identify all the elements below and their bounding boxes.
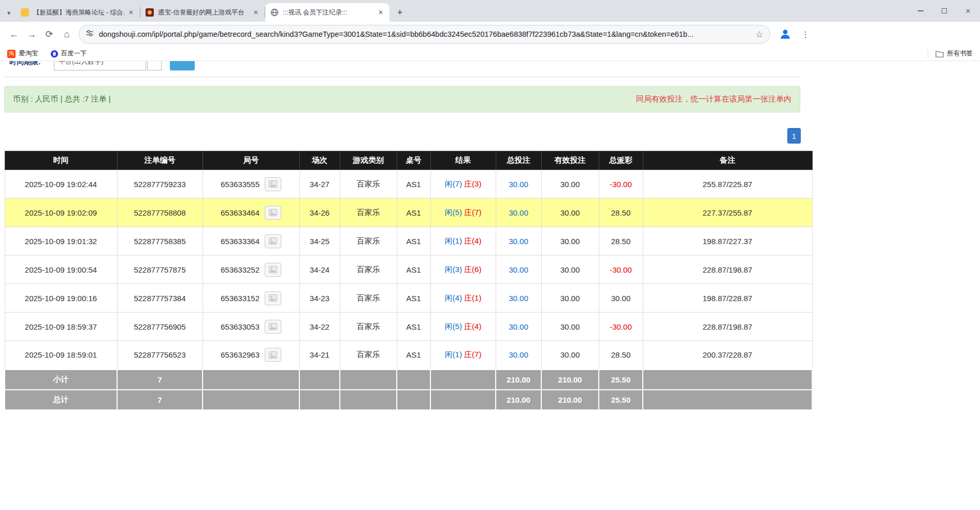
round-number: 653633252 xyxy=(221,265,260,274)
navigation-bar: ← → ⟳ ⌂ dongshouji.com/ipl/portal.php/ga… xyxy=(0,22,980,47)
column-header-note: 备注 xyxy=(643,151,812,170)
replay-button[interactable] xyxy=(265,348,281,362)
tab-search-chevron-icon[interactable]: ▾ xyxy=(2,4,16,22)
note-text: 同局有效投注，统一计算在该局第一张注单内 xyxy=(636,94,791,104)
profile-avatar[interactable] xyxy=(777,26,793,42)
column-header-session: 场次 xyxy=(299,151,340,170)
cell-session: 34-25 xyxy=(299,227,340,256)
bookmark-taobao[interactable]: 淘 爱淘宝 xyxy=(7,49,38,58)
bet-table-body: 2025-10-09 19:02:44522877759233653633555… xyxy=(5,170,812,370)
tab-strip: ▾ 【新提醒】海燕策略论坛 - 综合... ✕ 通宝-信誉最好的网上游戏平台 ✕… xyxy=(0,0,980,22)
summary-valid-bet: 210.00 xyxy=(541,370,599,390)
cell-total-bet[interactable]: 30.00 xyxy=(496,341,541,370)
cell-result: 闲(1) 庄(7) xyxy=(430,341,496,370)
cell-result: 闲(7) 庄(3) xyxy=(430,170,496,199)
column-header-table: 桌号 xyxy=(397,151,430,170)
forward-button[interactable]: → xyxy=(23,25,40,43)
folder-icon xyxy=(935,50,944,58)
cell-time: 2025-10-09 19:00:54 xyxy=(5,256,117,284)
url-bar[interactable]: dongshouji.com/ipl/portal.php/game/betre… xyxy=(79,25,770,44)
cell-round: 653633364 xyxy=(203,227,299,256)
site-settings-icon[interactable] xyxy=(85,29,94,39)
tab-tongbao[interactable]: 通宝-信誉最好的网上游戏平台 ✕ xyxy=(140,3,265,22)
summary-empty xyxy=(340,370,397,390)
replay-button[interactable] xyxy=(265,320,281,334)
banker-result: 庄(1) xyxy=(464,293,481,302)
tab-close-icon[interactable]: ✕ xyxy=(126,8,136,17)
replay-button[interactable] xyxy=(265,206,281,220)
cell-total-bet[interactable]: 30.00 xyxy=(496,256,541,284)
search-button[interactable] xyxy=(170,61,195,70)
reload-button[interactable]: ⟳ xyxy=(40,25,58,43)
cell-total-bet[interactable]: 30.00 xyxy=(496,313,541,341)
cell-note: 198.87/227.37 xyxy=(643,227,812,256)
globe-favicon-icon xyxy=(270,8,279,17)
bookmark-baidu[interactable]: 百度一下 xyxy=(51,49,87,58)
cell-payout: -30.00 xyxy=(599,313,643,341)
column-header-game-type: 游戏类别 xyxy=(340,151,397,170)
maximize-button[interactable] xyxy=(932,0,956,22)
player-result: 闲(4) xyxy=(445,293,462,302)
cell-table: AS1 xyxy=(397,227,430,256)
cell-total-bet[interactable]: 30.00 xyxy=(496,227,541,256)
search-form-cropped: 时间期限: 平台(出入数字) xyxy=(4,61,800,77)
close-window-button[interactable]: ✕ xyxy=(956,0,980,22)
search-form-label: 时间期限: xyxy=(9,61,41,67)
summary-count: 7 xyxy=(117,390,203,410)
cell-total-bet[interactable]: 30.00 xyxy=(496,284,541,313)
cell-payout: 28.50 xyxy=(599,341,643,370)
summary-total-bet: 210.00 xyxy=(496,370,541,390)
summary-banner: 币别 : 人民币 | 总共 :7 注单 | 同局有效投注，统一计算在该局第一张注… xyxy=(4,86,800,112)
home-button[interactable]: ⌂ xyxy=(58,25,76,43)
page-1-button[interactable]: 1 xyxy=(787,128,801,144)
back-button[interactable]: ← xyxy=(5,25,23,43)
cell-note: 255.87/225.87 xyxy=(643,170,812,199)
divider xyxy=(928,50,928,58)
cell-session: 34-23 xyxy=(299,284,340,313)
round-number: 653633152 xyxy=(221,294,260,303)
summary-payout: 25.50 xyxy=(599,390,643,410)
banker-result: 庄(7) xyxy=(464,208,481,217)
bookmark-star-icon[interactable]: ☆ xyxy=(756,29,763,40)
tab-forum[interactable]: 【新提醒】海燕策略论坛 - 综合... ✕ xyxy=(16,3,140,22)
replay-button[interactable] xyxy=(265,263,281,277)
cell-bet-id: 522877758385 xyxy=(117,227,203,256)
banker-result: 庄(6) xyxy=(464,265,481,274)
player-result: 闲(5) xyxy=(445,208,462,217)
cell-valid-bet: 30.00 xyxy=(541,341,599,370)
cell-game-type: 百家乐 xyxy=(340,284,397,313)
window-controls: ✕ xyxy=(909,0,980,22)
bet-row: 2025-10-09 19:00:54522877757875653633252… xyxy=(5,256,812,284)
browser-menu-icon[interactable]: ⋮ xyxy=(799,30,812,39)
cell-bet-id: 522877759233 xyxy=(117,170,203,199)
player-result: 闲(1) xyxy=(445,236,462,245)
search-filter-dropdown[interactable] xyxy=(147,61,162,70)
cell-session: 34-27 xyxy=(299,170,340,199)
banker-result: 庄(7) xyxy=(464,350,481,359)
tab-bet-record[interactable]: :::视讯 会员下注纪录::: ✕ xyxy=(265,3,390,22)
cell-game-type: 百家乐 xyxy=(340,256,397,284)
summary-payout: 25.50 xyxy=(599,370,643,390)
cell-note: 227.37/255.87 xyxy=(643,199,812,227)
replay-button[interactable] xyxy=(265,291,281,305)
replay-button[interactable] xyxy=(265,177,281,191)
cell-game-type: 百家乐 xyxy=(340,170,397,199)
cell-game-type: 百家乐 xyxy=(340,199,397,227)
all-bookmarks[interactable]: 所有书签 xyxy=(928,49,973,58)
cell-bet-id: 522877756523 xyxy=(117,341,203,370)
cell-valid-bet: 30.00 xyxy=(541,170,599,199)
cell-valid-bet: 30.00 xyxy=(541,256,599,284)
round-number: 653633555 xyxy=(221,180,260,189)
cell-total-bet[interactable]: 30.00 xyxy=(496,199,541,227)
tab-close-icon[interactable]: ✕ xyxy=(376,8,385,17)
replay-button[interactable] xyxy=(265,234,281,248)
bet-row: 2025-10-09 19:02:44522877759233653633555… xyxy=(5,170,812,199)
minimize-button[interactable] xyxy=(909,0,932,22)
new-tab-button[interactable]: + xyxy=(393,5,407,20)
player-result: 闲(1) xyxy=(445,350,462,359)
cell-total-bet[interactable]: 30.00 xyxy=(496,170,541,199)
cell-table: AS1 xyxy=(397,313,430,341)
cell-bet-id: 522877758808 xyxy=(117,199,203,227)
tab-close-icon[interactable]: ✕ xyxy=(251,8,261,17)
search-filter-input[interactable]: 平台(出入数字) xyxy=(54,61,146,70)
